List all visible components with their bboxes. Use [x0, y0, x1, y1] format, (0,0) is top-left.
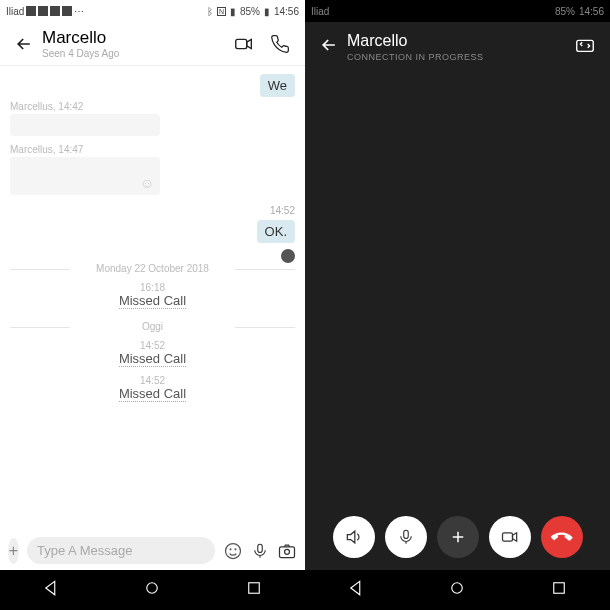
- call-screen: Iliad 85% 14:56 Marcello CONNECTION IN P…: [305, 0, 610, 610]
- back-button[interactable]: [319, 35, 339, 59]
- date-separator: Monday 22 October 2018: [10, 263, 295, 274]
- call-entry[interactable]: 14:52 Missed Call: [10, 375, 295, 402]
- call-label: Missed Call: [119, 351, 186, 367]
- call-time: 14:52: [10, 340, 295, 351]
- message-incoming[interactable]: [10, 114, 160, 136]
- call-entry[interactable]: 14:52 Missed Call: [10, 340, 295, 367]
- call-time: 16:18: [10, 282, 295, 293]
- call-label: Missed Call: [119, 386, 186, 402]
- message-incoming[interactable]: ☺: [10, 157, 160, 195]
- signal-icon: ▮: [230, 6, 236, 17]
- voice-button[interactable]: [251, 540, 269, 562]
- chat-header: Marcello Seen 4 Days Ago: [0, 22, 305, 66]
- status-icon: [26, 6, 36, 16]
- nav-back-button[interactable]: [42, 579, 60, 601]
- call-time: 14:52: [10, 375, 295, 386]
- carrier-label: Iliad: [6, 6, 24, 17]
- avatar: [281, 249, 295, 263]
- svg-rect-11: [502, 533, 512, 541]
- battery-label: 85%: [555, 6, 575, 17]
- svg-point-1: [226, 543, 241, 558]
- carrier-label: Iliad: [311, 6, 329, 17]
- emoji-button[interactable]: [223, 540, 243, 562]
- video-toggle-button[interactable]: [489, 516, 531, 558]
- bluetooth-icon: ᛒ: [207, 6, 213, 17]
- svg-rect-10: [403, 530, 408, 538]
- call-controls: [305, 504, 610, 570]
- battery-icon: ▮: [264, 6, 270, 17]
- nav-back-button[interactable]: [347, 579, 365, 601]
- message-meta: Marcellus, 14:42: [10, 101, 295, 112]
- last-seen-label: Seen 4 Days Ago: [42, 48, 233, 59]
- call-body: [305, 72, 610, 504]
- battery-label: 85%: [240, 6, 260, 17]
- svg-rect-13: [554, 583, 565, 594]
- svg-point-2: [230, 548, 231, 549]
- chat-screen: Iliad ⋯ ᛒ N ▮ 85% ▮ 14:56 Marcello Seen …: [0, 0, 305, 610]
- svg-point-12: [452, 583, 463, 594]
- call-status-label: CONNECTION IN PROGRESS: [347, 52, 574, 62]
- svg-rect-5: [280, 546, 295, 557]
- nav-recent-button[interactable]: [245, 579, 263, 601]
- nav-home-button[interactable]: [448, 579, 466, 601]
- switch-camera-button[interactable]: [574, 34, 596, 60]
- add-button[interactable]: +: [8, 538, 19, 564]
- status-bar-right: Iliad 85% 14:56: [305, 0, 610, 22]
- svg-rect-8: [249, 583, 260, 594]
- speaker-button[interactable]: [333, 516, 375, 558]
- svg-rect-4: [258, 544, 263, 552]
- svg-rect-0: [236, 39, 247, 48]
- message-meta: Marcellus, 14:47: [10, 144, 295, 155]
- more-options-button[interactable]: [437, 516, 479, 558]
- contact-name: Marcello: [347, 32, 574, 50]
- camera-button[interactable]: [277, 540, 297, 562]
- time-label: 14:56: [274, 6, 299, 17]
- back-button[interactable]: [10, 30, 38, 58]
- android-navbar: [0, 570, 305, 610]
- svg-point-6: [285, 549, 290, 554]
- contact-name[interactable]: Marcello: [42, 28, 233, 48]
- svg-point-3: [235, 548, 236, 549]
- message-outgoing[interactable]: We: [260, 74, 295, 97]
- svg-point-7: [147, 583, 158, 594]
- date-separator: Oggi: [10, 321, 295, 332]
- call-entry[interactable]: 16:18 Missed Call: [10, 282, 295, 309]
- time-label: 14:56: [579, 6, 604, 17]
- call-header: Marcello CONNECTION IN PROGRESS: [305, 22, 610, 72]
- end-call-button[interactable]: [541, 516, 583, 558]
- audio-call-button[interactable]: [269, 33, 291, 55]
- android-navbar: [305, 570, 610, 610]
- smile-icon: ☺: [140, 175, 154, 191]
- status-icon: [62, 6, 72, 16]
- message-time: 14:52: [10, 199, 295, 216]
- message-input[interactable]: [27, 537, 215, 564]
- nav-recent-button[interactable]: [550, 579, 568, 601]
- status-icon: [50, 6, 60, 16]
- status-bar-left: Iliad ⋯ ᛒ N ▮ 85% ▮ 14:56: [0, 0, 305, 22]
- call-label: Missed Call: [119, 293, 186, 309]
- message-outgoing[interactable]: OK.: [257, 220, 295, 243]
- nfc-icon: N: [217, 7, 226, 16]
- more-icon: ⋯: [74, 6, 84, 17]
- nav-home-button[interactable]: [143, 579, 161, 601]
- mute-button[interactable]: [385, 516, 427, 558]
- video-call-button[interactable]: [233, 33, 255, 55]
- svg-rect-9: [577, 40, 594, 51]
- status-icon: [38, 6, 48, 16]
- chat-body[interactable]: We Marcellus, 14:42 Marcellus, 14:47 ☺ 1…: [0, 66, 305, 530]
- compose-bar: +: [0, 530, 305, 570]
